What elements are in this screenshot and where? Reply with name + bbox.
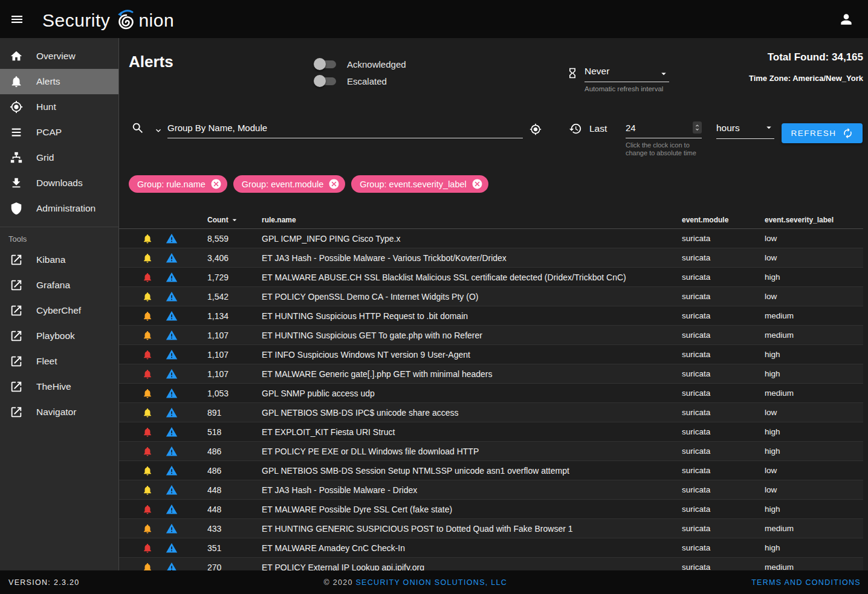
severity-cell[interactable]: high — [765, 369, 863, 378]
module-cell[interactable]: suricata — [682, 408, 765, 417]
table-row[interactable]: 3,406 ET JA3 Hash - Possible Malware - V… — [119, 248, 863, 268]
alert-warning-icon[interactable] — [166, 465, 178, 477]
rule-name-cell[interactable]: ET POLICY External IP Lookup api.ipify.o… — [262, 563, 682, 571]
sidebar-item[interactable]: Alerts — [0, 69, 118, 94]
alert-warning-icon[interactable] — [166, 542, 178, 554]
severity-bell-icon[interactable] — [142, 369, 153, 379]
module-cell[interactable]: suricata — [682, 311, 765, 320]
table-row[interactable]: 448 ET JA3 Hash - Possible Malware - Dri… — [119, 480, 863, 500]
module-cell[interactable]: suricata — [682, 427, 765, 436]
module-cell[interactable]: suricata — [682, 292, 765, 301]
severity-bell-icon[interactable] — [142, 407, 153, 418]
alert-warning-icon[interactable] — [166, 445, 178, 457]
severity-cell[interactable]: low — [765, 485, 863, 494]
sidebar-item[interactable]: Hunt — [0, 94, 118, 120]
column-header-module[interactable]: event.module — [682, 216, 765, 224]
table-row[interactable]: 433 ET HUNTING GENERIC SUSPICIOUS POST t… — [119, 519, 863, 538]
sidebar-item[interactable]: Grid — [0, 145, 118, 170]
table-row[interactable]: 1,107 ET MALWARE Generic gate[.].php GET… — [119, 364, 863, 384]
severity-cell[interactable]: low — [765, 408, 863, 417]
severity-cell[interactable]: high — [765, 543, 863, 552]
menu-button[interactable] — [2, 5, 31, 34]
rule-name-cell[interactable]: GPL NETBIOS SMB-DS IPC$ unicode share ac… — [262, 408, 682, 418]
severity-bell-icon[interactable] — [142, 543, 153, 554]
rule-name-cell[interactable]: ET MALWARE ABUSE.CH SSL Blacklist Malici… — [262, 273, 682, 282]
quick-filter-target-icon[interactable] — [530, 123, 542, 135]
user-menu-button[interactable] — [833, 6, 860, 33]
severity-cell[interactable]: low — [765, 234, 863, 243]
refresh-interval-select[interactable]: Never — [585, 65, 669, 82]
table-row[interactable]: 486 ET POLICY PE EXE or DLL Windows file… — [119, 442, 863, 461]
rule-name-cell[interactable]: ET MALWARE Generic gate[.].php GET with … — [262, 369, 682, 379]
module-cell[interactable]: suricata — [682, 563, 765, 570]
search-icon[interactable] — [131, 121, 144, 135]
severity-bell-icon[interactable] — [142, 253, 153, 263]
table-row[interactable]: 351 ET MALWARE Amadey CnC Check-In suric… — [119, 538, 863, 558]
severity-bell-icon[interactable] — [142, 427, 153, 437]
severity-cell[interactable]: medium — [765, 311, 863, 320]
severity-bell-icon[interactable] — [142, 465, 153, 476]
group-filter-chip[interactable]: Group: event.severity_label — [351, 175, 488, 193]
tool-link-item[interactable]: Kibana — [0, 247, 118, 273]
alert-warning-icon[interactable] — [166, 407, 178, 419]
rule-name-cell[interactable]: ET INFO Suspicious Windows NT version 9 … — [262, 350, 682, 360]
table-row[interactable]: 486 GPL NETBIOS SMB-DS Session Setup NTM… — [119, 461, 863, 480]
rule-name-cell[interactable]: ET JA3 Hash - Possible Malware - Dridex — [262, 485, 682, 495]
rule-name-cell[interactable]: ET MALWARE Possible Dyre SSL Cert (fake … — [262, 505, 682, 514]
rule-name-cell[interactable]: ET MALWARE Amadey CnC Check-In — [262, 543, 682, 553]
alert-warning-icon[interactable] — [166, 484, 178, 496]
terms-link[interactable]: TERMS AND CONDITIONS — [751, 578, 861, 587]
alert-warning-icon[interactable] — [166, 310, 178, 322]
tool-link-item[interactable]: Playbook — [0, 323, 118, 349]
tool-link-item[interactable]: Fleet — [0, 349, 118, 374]
severity-cell[interactable]: low — [765, 253, 863, 262]
alert-warning-icon[interactable] — [166, 233, 178, 245]
tool-link-item[interactable]: Navigator — [0, 399, 118, 425]
refresh-button[interactable]: REFRESH — [782, 123, 863, 143]
alert-warning-icon[interactable] — [166, 523, 178, 535]
alert-warning-icon[interactable] — [166, 329, 178, 341]
table-row[interactable]: 8,559 GPL ICMP_INFO PING Cisco Type.x su… — [119, 229, 863, 248]
time-unit-select[interactable]: hours — [716, 121, 774, 139]
module-cell[interactable]: suricata — [682, 466, 765, 475]
severity-cell[interactable]: low — [765, 292, 863, 301]
company-link[interactable]: SECURITY ONION SOLUTIONS, LLC — [355, 578, 507, 587]
severity-bell-icon[interactable] — [142, 562, 153, 571]
rule-name-cell[interactable]: GPL SNMP public access udp — [262, 389, 682, 398]
alert-warning-icon[interactable] — [166, 252, 178, 264]
alert-warning-icon[interactable] — [166, 368, 178, 380]
column-header-rule-name[interactable]: rule.name — [262, 216, 682, 224]
search-input[interactable] — [167, 121, 523, 133]
table-row[interactable]: 1,053 GPL SNMP public access udp suricat… — [119, 384, 863, 403]
module-cell[interactable]: suricata — [682, 253, 765, 262]
severity-bell-icon[interactable] — [142, 291, 153, 302]
rule-name-cell[interactable]: ET EXPLOIT_KIT Fiesta URI Struct — [262, 427, 682, 437]
rule-name-cell[interactable]: GPL NETBIOS SMB-DS Session Setup NTMLSSP… — [262, 466, 682, 476]
severity-cell[interactable]: medium — [765, 524, 863, 533]
severity-cell[interactable]: low — [765, 466, 863, 475]
table-row[interactable]: 518 ET EXPLOIT_KIT Fiesta URI Struct sur… — [119, 422, 863, 442]
rule-name-cell[interactable]: ET HUNTING Suspicious GET To gate.php wi… — [262, 331, 682, 340]
alert-warning-icon[interactable] — [166, 561, 178, 571]
duration-stepper-icon[interactable] — [693, 121, 702, 134]
alert-warning-icon[interactable] — [166, 271, 178, 283]
module-cell[interactable]: suricata — [682, 524, 765, 533]
table-row[interactable]: 1,729 ET MALWARE ABUSE.CH SSL Blacklist … — [119, 268, 863, 287]
severity-bell-icon[interactable] — [142, 523, 153, 534]
module-cell[interactable]: suricata — [682, 485, 765, 494]
table-row[interactable]: 1,107 ET INFO Suspicious Windows NT vers… — [119, 345, 863, 364]
severity-cell[interactable]: medium — [765, 331, 863, 340]
module-cell[interactable]: suricata — [682, 234, 765, 243]
severity-bell-icon[interactable] — [142, 311, 153, 321]
severity-bell-icon[interactable] — [142, 349, 153, 360]
table-row[interactable]: 1,134 ET HUNTING Suspicious HTTP Request… — [119, 306, 863, 326]
alert-warning-icon[interactable] — [166, 387, 178, 399]
group-filter-chip[interactable]: Group: rule.name — [129, 175, 227, 193]
table-row[interactable]: 1,107 ET HUNTING Suspicious GET To gate.… — [119, 326, 863, 345]
chip-close-icon[interactable] — [210, 178, 222, 190]
severity-cell[interactable]: medium — [765, 563, 863, 570]
module-cell[interactable]: suricata — [682, 350, 765, 359]
rule-name-cell[interactable]: ET HUNTING Suspicious HTTP Request to .b… — [262, 311, 682, 321]
severity-bell-icon[interactable] — [142, 272, 153, 283]
query-history-chevron-icon[interactable] — [154, 126, 163, 135]
